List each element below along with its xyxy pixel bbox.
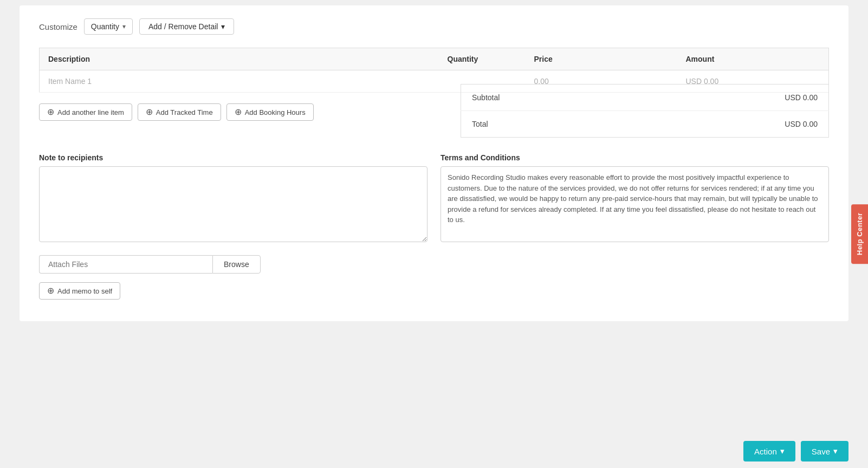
add-memo-button[interactable]: ⊕ Add memo to self xyxy=(39,282,120,300)
terms-section: Terms and Conditions Sonido Recording St… xyxy=(441,153,829,244)
memo-row: ⊕ Add memo to self xyxy=(39,282,829,300)
save-chevron-icon: ▾ xyxy=(833,446,838,456)
bottom-action-bar: Action ▾ Save ▾ xyxy=(0,434,868,468)
browse-button[interactable]: Browse xyxy=(212,255,261,274)
description-input[interactable] xyxy=(48,77,430,86)
help-center-tab[interactable]: Help Center xyxy=(851,204,868,264)
quantity-label: Quantity xyxy=(91,22,119,31)
total-label: Total xyxy=(461,111,636,138)
amount-header: Amount xyxy=(677,48,829,70)
action-button[interactable]: Action ▾ xyxy=(743,441,795,461)
subtotal-label: Subtotal xyxy=(461,84,636,111)
add-line-item-button[interactable]: ⊕ Add another line item xyxy=(39,103,132,121)
quantity-button[interactable]: Quantity ▾ xyxy=(84,18,133,35)
description-header: Description xyxy=(40,48,439,70)
subtotal-row: Subtotal USD 0.00 xyxy=(461,84,829,111)
plus-circle-booking-icon: ⊕ xyxy=(235,108,242,116)
attach-files-input[interactable] xyxy=(39,255,212,274)
add-tracked-time-button[interactable]: ⊕ Add Tracked Time xyxy=(138,103,221,121)
totals-section: Subtotal USD 0.00 Total USD 0.00 xyxy=(461,84,829,138)
save-label: Save xyxy=(812,447,830,456)
add-line-item-label: Add another line item xyxy=(57,108,124,116)
add-tracked-time-label: Add Tracked Time xyxy=(156,108,213,116)
subtotal-value: USD 0.00 xyxy=(636,84,829,111)
plus-circle-tracked-icon: ⊕ xyxy=(146,108,153,116)
terms-label: Terms and Conditions xyxy=(441,153,829,162)
quantity-header: Quantity xyxy=(439,48,526,70)
quantity-chevron-icon: ▾ xyxy=(122,23,126,30)
total-row: Total USD 0.00 xyxy=(461,111,829,138)
quantity-input[interactable]: 1 xyxy=(448,77,517,86)
plus-circle-icon: ⊕ xyxy=(47,108,54,116)
add-booking-hours-button[interactable]: ⊕ Add Booking Hours xyxy=(226,103,314,121)
plus-circle-memo-icon: ⊕ xyxy=(47,287,54,295)
note-label: Note to recipients xyxy=(39,153,427,162)
add-remove-chevron-icon: ▾ xyxy=(221,22,225,31)
customize-row: Customize Quantity ▾ Add / Remove Detail… xyxy=(39,18,829,35)
price-input[interactable] xyxy=(534,77,669,86)
price-header: Price xyxy=(526,48,677,70)
main-container: Customize Quantity ▾ Add / Remove Detail… xyxy=(20,5,848,321)
totals-table: Subtotal USD 0.00 Total USD 0.00 xyxy=(461,84,829,138)
description-cell[interactable] xyxy=(40,70,439,93)
terms-content: Sonido Recording Studio makes every reas… xyxy=(441,166,829,242)
terms-text: Sonido Recording Studio makes every reas… xyxy=(448,173,818,224)
total-value: USD 0.00 xyxy=(636,111,829,138)
note-textarea[interactable] xyxy=(39,166,427,242)
add-remove-label: Add / Remove Detail xyxy=(148,22,218,31)
action-chevron-icon: ▾ xyxy=(780,446,785,456)
save-button[interactable]: Save ▾ xyxy=(801,441,848,461)
action-label: Action xyxy=(754,447,777,456)
add-remove-detail-button[interactable]: Add / Remove Detail ▾ xyxy=(139,18,234,35)
add-booking-hours-label: Add Booking Hours xyxy=(245,108,306,116)
add-memo-label: Add memo to self xyxy=(57,287,112,295)
note-terms-row: Note to recipients Terms and Conditions … xyxy=(39,153,829,244)
attach-files-row: Browse xyxy=(39,255,829,274)
customize-label: Customize xyxy=(39,22,77,31)
note-section: Note to recipients xyxy=(39,153,427,244)
